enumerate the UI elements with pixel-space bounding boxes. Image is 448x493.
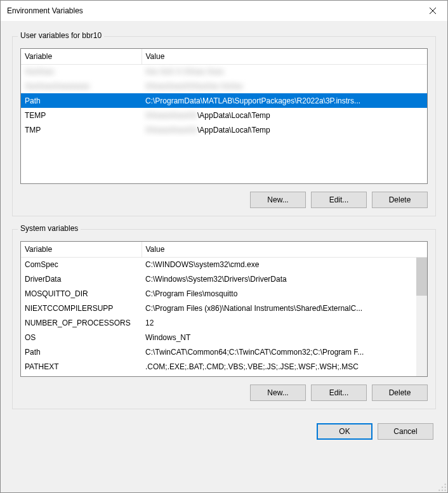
table-row[interactable]: NUMBER_OF_PROCESSORS12: [21, 315, 427, 330]
cell-variable: MOSQUITTO_DIR: [21, 286, 142, 301]
col-header-value[interactable]: Value: [142, 49, 427, 64]
titlebar: Environment Variables: [1, 1, 447, 21]
cell-value: XXxxxxXxxxXX\AppData\Local\Temp: [142, 108, 427, 122]
system-variables-table[interactable]: Variable Value ComSpecC:\WINDOWS\system3…: [20, 241, 428, 377]
cell-value: C:\Program Files (x86)\National Instrume…: [142, 301, 427, 315]
cell-variable: ComSpec: [21, 257, 142, 272]
cell-variable: OS: [21, 330, 142, 345]
system-edit-button[interactable]: Edit...: [311, 385, 367, 401]
cell-value: C:\Windows\System32\Drivers\DriverData: [142, 272, 427, 286]
col-header-variable[interactable]: Variable: [21, 49, 142, 64]
table-row[interactable]: XxxXxxxXxxxxxxxxXXxxxXxxxXXXxxXxx XxXxx: [21, 79, 427, 93]
cell-value: C:\WINDOWS\system32\cmd.exe: [142, 257, 427, 272]
cell-value: Xxx XxX X XXxxx Xxxx: [142, 64, 427, 79]
cancel-button[interactable]: Cancel: [378, 423, 433, 440]
dialog-footer: OK Cancel: [12, 409, 436, 442]
user-new-button[interactable]: New...: [250, 192, 306, 208]
env-vars-dialog: Environment Variables User variables for…: [0, 0, 448, 493]
cell-variable: XxxXxxxXxxxxxxxx: [21, 79, 142, 93]
table-row[interactable]: DriverDataC:\Windows\System32\Drivers\Dr…: [21, 272, 427, 286]
table-row[interactable]: PathC:\TwinCAT\Common64;C:\TwinCAT\Commo…: [21, 345, 427, 359]
table-row[interactable]: OSWindows_NT: [21, 330, 427, 345]
cell-variable: PATHEXT: [21, 359, 142, 374]
system-buttons: New... Edit... Delete: [20, 385, 428, 401]
scrollbar-thumb[interactable]: [416, 258, 427, 296]
user-edit-button[interactable]: Edit...: [311, 192, 367, 208]
close-icon: [430, 8, 436, 14]
resize-grip-icon[interactable]: [438, 483, 447, 492]
dialog-body: User variables for bbr10 Variable Value …: [1, 21, 447, 492]
user-group-title: User variables for bbr10: [18, 31, 104, 40]
cell-variable: DriverData: [21, 272, 142, 286]
close-button[interactable]: [418, 1, 447, 21]
table-row[interactable]: TEMPXXxxxxXxxxXX\AppData\Local\Temp: [21, 108, 427, 122]
cell-value: 12: [142, 315, 427, 330]
user-variables-table[interactable]: Variable Value XxxXxxxXxx XxX X XXxxx Xx…: [20, 48, 428, 184]
svg-point-5: [445, 490, 446, 491]
cell-variable: XxxXxxx: [21, 64, 142, 79]
window-title: Environment Variables: [7, 6, 418, 15]
svg-point-2: [445, 487, 446, 488]
table-row[interactable]: PATHEXT.COM;.EXE;.BAT;.CMD;.VBS;.VBE;.JS…: [21, 359, 427, 374]
svg-point-4: [442, 490, 443, 491]
table-row[interactable]: XxxXxxxXxx XxX X XXxxx Xxxx: [21, 64, 427, 79]
user-variables-group: User variables for bbr10 Variable Value …: [12, 36, 436, 216]
table-row[interactable]: PathC:\ProgramData\MATLAB\SupportPackage…: [21, 93, 427, 108]
ok-button[interactable]: OK: [317, 423, 372, 440]
system-new-button[interactable]: New...: [250, 385, 306, 401]
cell-value: Windows_NT: [142, 330, 427, 345]
scrollbar[interactable]: [416, 258, 427, 376]
svg-point-3: [438, 490, 440, 491]
cell-value: XXxxxXxxxXXXxxXxx XxXxx: [142, 79, 427, 93]
cell-value: C:\ProgramData\MATLAB\SupportPackages\R2…: [142, 93, 427, 108]
user-buttons: New... Edit... Delete: [20, 192, 428, 208]
table-header-row: Variable Value: [21, 242, 427, 257]
cell-variable: Path: [21, 345, 142, 359]
table-row[interactable]: TMPXXxxxxXxxxXX\AppData\Local\Temp: [21, 122, 427, 137]
cell-value: .COM;.EXE;.BAT;.CMD;.VBS;.VBE;.JS;.JSE;.…: [142, 359, 427, 374]
cell-variable: NUMBER_OF_PROCESSORS: [21, 315, 142, 330]
col-header-value[interactable]: Value: [142, 242, 427, 257]
cell-variable: Path: [21, 93, 142, 108]
table-header-row: Variable Value: [21, 49, 427, 64]
system-delete-button[interactable]: Delete: [372, 385, 428, 401]
table-row[interactable]: MOSQUITTO_DIRC:\Program Files\mosquitto: [21, 286, 427, 301]
cell-value: XXxxxxXxxxXX\AppData\Local\Temp: [142, 122, 427, 137]
system-variables-group: System variables Variable Value ComSpecC…: [12, 229, 436, 409]
cell-variable: TMP: [21, 122, 142, 137]
cell-value: C:\Program Files\mosquitto: [142, 286, 427, 301]
col-header-variable[interactable]: Variable: [21, 242, 142, 257]
cell-variable: TEMP: [21, 108, 142, 122]
user-delete-button[interactable]: Delete: [372, 192, 428, 208]
svg-point-1: [442, 487, 443, 488]
cell-variable: NIEXTCCOMPILERSUPP: [21, 301, 142, 315]
table-row[interactable]: ComSpecC:\WINDOWS\system32\cmd.exe: [21, 257, 427, 272]
cell-value: C:\TwinCAT\Common64;C:\TwinCAT\Common32;…: [142, 345, 427, 359]
svg-point-0: [445, 483, 446, 485]
system-group-title: System variables: [18, 224, 81, 233]
table-row[interactable]: NIEXTCCOMPILERSUPPC:\Program Files (x86)…: [21, 301, 427, 315]
